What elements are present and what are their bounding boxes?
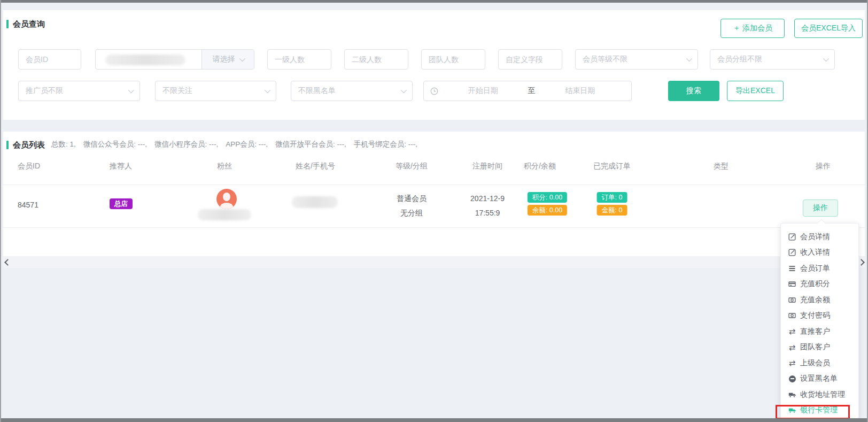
window-frame — [0, 418, 868, 422]
fan-avatar — [216, 189, 237, 209]
member-id-input[interactable] — [18, 49, 81, 70]
member-level-select-value: 会员等级不限 — [583, 55, 627, 64]
window-frame — [0, 0, 868, 3]
column-header-6: 积分/余额 — [524, 162, 556, 171]
team-count-input[interactable] — [421, 49, 485, 70]
menu-item-direct-customers[interactable]: ⇄ 直推客户 — [781, 324, 858, 340]
end-date-placeholder[interactable]: 结束日期 — [536, 86, 625, 96]
name-phone-redacted-blob — [292, 196, 338, 208]
list-panel-title: 会员列表 — [13, 140, 45, 150]
member-group-select-value: 会员分组不限 — [717, 55, 762, 64]
start-date-placeholder[interactable]: 开始日期 — [438, 86, 528, 96]
member-admin-page: 会员查询 ＋ 添加会员 会员EXCEL导入 请选择 会员等级不限 会员分组不限 — [0, 0, 868, 422]
export-excel-button[interactable]: 导出EXCEL — [727, 81, 784, 101]
avatar-person-icon — [223, 193, 230, 201]
column-header-0: 会员ID — [18, 162, 40, 171]
keyword-combo-input[interactable]: 请选择 — [95, 49, 254, 70]
highlight-annotation-box — [776, 405, 850, 419]
edit-icon — [788, 233, 796, 241]
menu-item-member-orders[interactable]: 会员订单 — [781, 260, 858, 277]
swap-arrows-icon: ⇄ — [788, 343, 796, 351]
amount-badge: 金额: 0 — [597, 205, 627, 216]
swap-arrows-icon: ⇄ — [788, 359, 796, 367]
blacklist-select[interactable]: 不限黑名单 — [291, 81, 413, 101]
truck-icon — [788, 390, 796, 399]
edit-icon — [788, 248, 796, 257]
promoter-select[interactable]: 推广员不限 — [18, 81, 140, 101]
stat-item: APP会员: ---, — [226, 140, 268, 148]
member-query-panel: 会员查询 ＋ 添加会员 会员EXCEL导入 请选择 会员等级不限 会员分组不限 — [3, 10, 865, 120]
chevron-down-icon — [265, 87, 270, 93]
register-date: 2021-12-9 — [470, 191, 505, 206]
follow-select[interactable]: 不限关注 — [155, 81, 276, 101]
column-header-9: 操作 — [816, 162, 831, 171]
menu-item-team-customers[interactable]: ⇄ 团队客户 — [781, 340, 858, 356]
date-to-label: 至 — [528, 86, 536, 96]
fan-name-redacted-blob — [198, 209, 251, 220]
member-level: 普通会员 — [397, 191, 427, 206]
stat-item: 手机号绑定会员: ---, — [354, 140, 417, 148]
stat-item: 微信公众号会员: ---, — [83, 140, 147, 148]
date-range-picker[interactable]: 开始日期 至 结束日期 — [423, 81, 632, 101]
list-icon — [788, 264, 796, 273]
chevron-down-icon — [823, 56, 829, 62]
column-header-2: 粉丝 — [217, 162, 232, 171]
stat-item: 总数: 1, — [51, 140, 76, 148]
clock-icon — [430, 87, 438, 95]
section-accent-bar — [6, 20, 9, 28]
add-member-button[interactable]: ＋ 添加会员 — [720, 19, 785, 38]
menu-item-payment-password[interactable]: 支付密码 — [781, 308, 858, 324]
keyword-value-redacted[interactable] — [96, 50, 201, 69]
referrer-badge: 总店 — [110, 198, 133, 209]
level2-count-input[interactable] — [344, 49, 408, 70]
swap-arrows-icon: ⇄ — [788, 327, 796, 336]
level-group-cell: 普通会员 无分组 — [397, 191, 427, 220]
level1-count-input[interactable] — [267, 49, 331, 70]
keyword-type-placeholder: 请选择 — [213, 55, 235, 64]
menu-item-member-detail[interactable]: 会员详情 — [781, 229, 858, 245]
member-list-panel — [3, 132, 865, 256]
points-badge: 积分: 0.00 — [528, 192, 567, 203]
query-panel-title: 会员查询 — [13, 19, 45, 29]
money-icon — [788, 311, 796, 320]
stat-item: 微信开放平台会员: ---, — [275, 140, 346, 148]
member-stats-line: 总数: 1,微信公众号会员: ---,微信小程序会员: ---,APP会员: -… — [51, 140, 425, 149]
keyword-type-select[interactable]: 请选择 — [201, 50, 254, 69]
register-time-cell: 2021-12-9 17:55:9 — [470, 191, 505, 220]
member-excel-import-button[interactable]: 会员EXCEL导入 — [794, 19, 863, 38]
menu-item-shipping-address-management[interactable]: 收货地址管理 — [781, 387, 858, 403]
menu-item-recharge-points[interactable]: 充值积分 — [781, 277, 858, 293]
chevron-down-icon — [239, 56, 245, 62]
menu-item-upline-member[interactable]: ⇄ 上级会员 — [781, 355, 858, 371]
chevron-down-icon — [686, 56, 692, 62]
column-header-1: 推荐人 — [110, 162, 132, 171]
window-frame — [0, 0, 1, 422]
row-action-button[interactable]: 操作 — [803, 200, 838, 217]
custom-field-input[interactable] — [498, 49, 562, 70]
follow-select-value: 不限关注 — [162, 86, 192, 96]
redacted-value-blob — [105, 55, 185, 65]
table-divider — [3, 227, 865, 228]
member-id-cell: 84571 — [18, 201, 38, 209]
blacklist-select-value: 不限黑名单 — [298, 86, 336, 96]
column-header-5: 注册时间 — [472, 162, 502, 171]
column-header-7: 已完成订单 — [593, 162, 631, 171]
horizontal-scrollbar[interactable] — [3, 256, 865, 268]
chevron-down-icon — [128, 87, 134, 93]
menu-item-recharge-balance[interactable]: 充值余额 — [781, 292, 858, 308]
search-button[interactable]: 搜索 — [668, 81, 719, 101]
section-accent-bar — [6, 141, 9, 149]
register-time: 17:55:9 — [470, 206, 505, 220]
promoter-select-value: 推广员不限 — [26, 86, 63, 96]
column-header-4: 等级/分组 — [396, 162, 428, 171]
member-group: 无分组 — [397, 206, 427, 220]
stat-item: 微信小程序会员: ---, — [154, 140, 218, 148]
row-action-menu: 会员详情 收入详情 会员订单 充值积分 充值余额 支付密码 ⇄ 直推客户 ⇄ 团… — [780, 223, 859, 419]
orders-badge: 订单: 0 — [597, 192, 627, 203]
member-level-select[interactable]: 会员等级不限 — [575, 49, 698, 70]
column-header-8: 类型 — [714, 162, 728, 171]
member-group-select[interactable]: 会员分组不限 — [710, 49, 835, 70]
menu-item-set-blacklist[interactable]: 设置黑名单 — [781, 371, 858, 387]
menu-item-income-detail[interactable]: 收入详情 — [781, 245, 858, 261]
ban-icon — [788, 374, 796, 383]
